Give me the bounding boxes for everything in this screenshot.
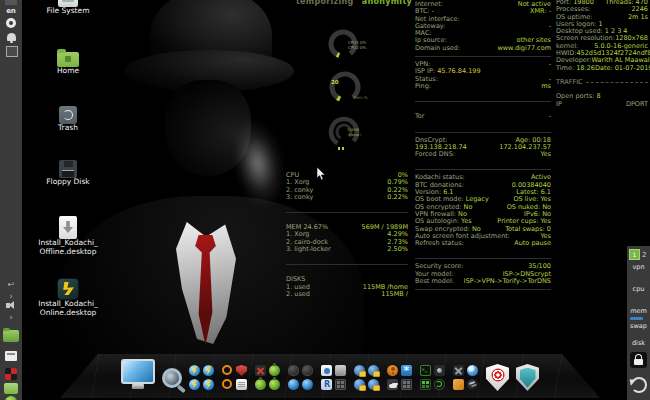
magnifier-icon <box>162 368 182 388</box>
cpu-ring: CPU1 0% CPU2 0% <box>327 28 366 60</box>
icon-label: Install_Kodachi_ Online.desktop <box>22 300 114 317</box>
blue-lock-icon <box>354 379 365 390</box>
misc-tools-stack[interactable] <box>453 365 479 391</box>
mem-usage-bar <box>630 317 643 320</box>
secure-apps-stack[interactable] <box>354 365 380 391</box>
green-grenade-icon <box>255 379 266 390</box>
info-row: 2. used115MB / <box>286 291 408 298</box>
blue-flake-icon <box>401 365 412 376</box>
panel-partial-icon <box>5 0 17 5</box>
dock <box>60 350 600 400</box>
dark-grid-icon <box>401 379 412 390</box>
apps-stack[interactable] <box>321 365 347 391</box>
right-panel: 1 2 vpn cpu mem swap disk <box>627 246 650 400</box>
globe-bolt-icon <box>203 379 214 390</box>
disk-monitor-label[interactable]: disk <box>627 339 650 347</box>
green-grid-icon <box>420 379 431 390</box>
tray-folder-icon[interactable] <box>3 330 19 342</box>
browser-stack[interactable] <box>288 365 314 391</box>
workspace-switcher: 1 2 <box>629 249 646 260</box>
chevron-icon[interactable]: › <box>0 292 22 301</box>
speaker-icon[interactable] <box>6 303 10 308</box>
terminal-apps-stack[interactable] <box>420 365 446 391</box>
keyboard-layout-indicator[interactable]: en <box>0 7 22 15</box>
dark-steam-icon <box>467 379 478 390</box>
shield-teal-icon <box>516 364 539 391</box>
blue-globe-icon <box>288 379 299 390</box>
icon-label: Floppy Disk <box>22 178 114 187</box>
info-row: Time: 18:26Date: 01-07-2019 <box>556 65 648 72</box>
search-magnifier[interactable] <box>162 368 182 391</box>
globe-bolt-icon <box>189 365 200 376</box>
tray-check-icon[interactable] <box>5 396 17 400</box>
swap-monitor-label[interactable]: swap <box>627 322 650 330</box>
conky-process-panel: CPU0%1. Xorg0.79%2. conky0.22%3. conky0.… <box>286 172 408 298</box>
firewall-shield[interactable] <box>486 364 509 391</box>
shield-red-icon <box>486 364 509 391</box>
icon-label: Home <box>22 67 114 76</box>
document-icon <box>236 379 247 390</box>
info-row: Gateway:- <box>415 23 551 30</box>
desktop-icon-trash[interactable]: Trash <box>22 106 114 133</box>
notifications-bell-icon[interactable] <box>7 33 16 41</box>
green-terminal-icon <box>420 365 431 376</box>
svg-text:/home /: /home / <box>348 133 362 137</box>
blue-lock-icon <box>368 379 379 390</box>
icon-label: Trash <box>22 124 114 133</box>
conky-system-panel: Port: 19800Threads: 470Processes:2246OS … <box>556 0 648 108</box>
info-row: Forced DNS:Yes <box>415 151 551 158</box>
vpn-tools-stack[interactable] <box>222 365 248 391</box>
blue-lock-icon <box>368 365 379 376</box>
banner-word-left: temporizing <box>296 0 354 6</box>
mouse-cursor <box>317 167 327 181</box>
panic-tools-stack[interactable] <box>255 365 281 391</box>
lock-screen-button[interactable] <box>630 352 647 368</box>
cpu-monitor-label[interactable]: cpu <box>627 285 650 293</box>
monitor-icon <box>121 359 155 384</box>
dock-items <box>60 359 600 391</box>
record-icon[interactable] <box>6 18 16 28</box>
chevron-icon[interactable]: › <box>0 313 22 322</box>
dark-x-icon <box>453 365 464 376</box>
trash-icon <box>59 106 77 124</box>
green-refresh-icon <box>434 379 445 390</box>
blue-r-icon <box>321 379 332 390</box>
svg-text:CPU2 0%: CPU2 0% <box>348 45 366 50</box>
top-banner: temporizing anonymity <box>296 0 412 6</box>
info-row: 3. conky0.22% <box>286 194 408 201</box>
conky-network-panel: Internet:Not activeBTC: -XMR: -Net inter… <box>415 1 551 294</box>
desktop-icon-install-offline[interactable]: Install_Kodachi_ Offline.desktop <box>22 216 114 256</box>
dark-camera-icon <box>434 365 445 376</box>
green-grenade-icon <box>269 379 280 390</box>
network-tools-stack[interactable] <box>189 365 215 391</box>
undo-arrow-icon[interactable]: ↩ <box>0 280 22 289</box>
workspace-2-button[interactable]: 2 <box>642 251 646 259</box>
tray-green-icon[interactable] <box>4 383 18 394</box>
desktop: temporizing anonymity en ↩ › › File Syst… <box>0 0 650 400</box>
white-app-icon <box>321 365 332 376</box>
system-apps-stack[interactable] <box>387 365 413 391</box>
white-cloud-icon <box>387 379 398 390</box>
refresh-button[interactable] <box>631 377 647 393</box>
desktop-icon-file-system[interactable]: File System <box>22 0 114 16</box>
workspace-1-button[interactable]: 1 <box>629 249 640 260</box>
banner-word-right: anonymity <box>362 0 412 6</box>
desktop-icon-floppy-disk[interactable]: Floppy Disk <box>22 160 114 187</box>
left-panel: en ↩ › › <box>0 0 22 400</box>
show-desktop[interactable] <box>121 359 155 391</box>
vpn-monitor-label[interactable]: vpn <box>627 263 650 271</box>
mem-monitor-label[interactable]: mem <box>627 307 650 315</box>
yellow-arrow-icon <box>57 278 79 300</box>
info-row: Status:- <box>415 76 551 83</box>
clipboard-icon[interactable] <box>6 46 18 57</box>
info-row: 3. light-locker2.50% <box>286 246 408 253</box>
info-row: IPDPORT <box>556 101 648 108</box>
orange-ring-icon <box>222 365 232 375</box>
kodachi-shield[interactable] <box>516 364 539 391</box>
desktop-icon-home[interactable]: Home <box>22 52 114 76</box>
desktop-icon-column: File System Home Trash Floppy Disk Insta… <box>22 0 114 400</box>
tray-checkered-icon[interactable] <box>5 368 17 380</box>
desktop-icon-install-online[interactable]: Install_Kodachi_ Online.desktop <box>22 278 114 317</box>
tray-window-icon[interactable] <box>5 351 17 361</box>
disk-ring: 115MB /home / <box>326 114 362 150</box>
